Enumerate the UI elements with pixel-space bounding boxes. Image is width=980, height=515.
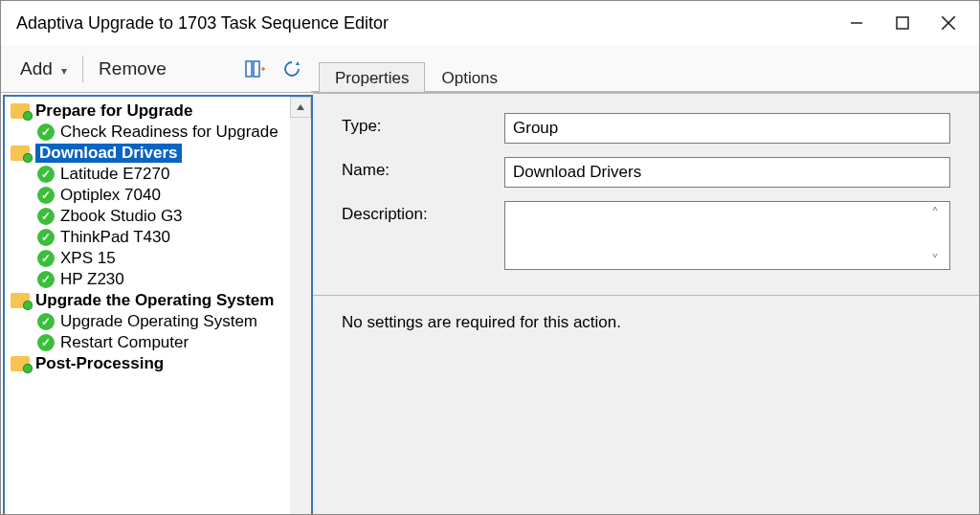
chevron-down-icon: ▾ <box>61 64 67 78</box>
tree-scrollbar[interactable] <box>290 97 311 514</box>
description-label: Description: <box>342 201 504 224</box>
type-label: Type: <box>342 113 504 136</box>
close-button[interactable] <box>925 5 971 41</box>
step-label: Optiplex 7040 <box>60 186 161 205</box>
svg-rect-5 <box>254 61 259 77</box>
main: Prepare for Upgrade ✓ Check Readiness fo… <box>1 93 979 515</box>
scroll-up-icon[interactable] <box>290 97 311 118</box>
tab-properties-label: Properties <box>335 69 409 87</box>
group-label: Prepare for Upgrade <box>35 101 192 121</box>
tabs: Properties Options <box>311 45 979 92</box>
check-icon: ✓ <box>37 313 55 330</box>
check-icon: ✓ <box>37 123 55 141</box>
step-thinkpad-t430[interactable]: ✓ ThinkPad T430 <box>11 227 311 248</box>
group-post-processing[interactable]: Post-Processing <box>11 353 311 374</box>
maximize-button[interactable] <box>880 5 925 41</box>
type-field <box>504 113 950 144</box>
folder-icon <box>11 103 30 119</box>
minimize-button[interactable] <box>834 5 880 41</box>
check-icon: ✓ <box>37 166 55 183</box>
window-title: Adaptiva Upgrade to 1703 Task Sequence E… <box>16 13 834 34</box>
step-label: Latitude E7270 <box>60 165 169 184</box>
tab-options[interactable]: Options <box>425 62 514 92</box>
step-label: Restart Computer <box>60 333 189 352</box>
step-zbook-studio-g3[interactable]: ✓ Zbook Studio G3 <box>11 206 311 227</box>
refresh-icon[interactable] <box>278 56 305 82</box>
check-icon: ✓ <box>37 187 55 204</box>
group-upgrade-os[interactable]: Upgrade the Operating System <box>11 290 311 311</box>
step-check-readiness[interactable]: ✓ Check Readiness for Upgrade <box>11 122 311 143</box>
step-latitude-e7270[interactable]: ✓ Latitude E7270 <box>11 164 311 185</box>
tab-options-label: Options <box>441 69 498 87</box>
folder-icon <box>11 356 30 371</box>
titlebar: Adaptiva Upgrade to 1703 Task Sequence E… <box>1 1 979 45</box>
remove-label: Remove <box>99 58 167 78</box>
add-button[interactable]: Add ▾ <box>11 53 77 85</box>
name-label: Name: <box>342 157 504 180</box>
check-icon: ✓ <box>37 229 55 246</box>
check-icon: ✓ <box>37 271 55 288</box>
check-icon: ✓ <box>37 334 55 351</box>
properties-panel: Type: Name: Description: ˄ ˅ No settings… <box>313 93 979 515</box>
remove-button[interactable]: Remove <box>89 53 176 85</box>
svg-rect-1 <box>897 17 908 29</box>
group-prepare-for-upgrade[interactable]: Prepare for Upgrade <box>11 101 311 122</box>
step-restart-computer[interactable]: ✓ Restart Computer <box>11 332 311 353</box>
svg-rect-4 <box>246 61 252 77</box>
step-label: Upgrade Operating System <box>60 312 257 331</box>
step-hp-z230[interactable]: ✓ HP Z230 <box>11 269 311 290</box>
task-sequence-tree[interactable]: Prepare for Upgrade ✓ Check Readiness fo… <box>3 95 313 515</box>
add-label: Add <box>20 58 53 78</box>
step-label: HP Z230 <box>60 270 124 289</box>
step-label: ThinkPad T430 <box>60 228 170 247</box>
step-optiplex-7040[interactable]: ✓ Optiplex 7040 <box>11 185 311 206</box>
toolbar-separator <box>82 56 83 82</box>
step-label: Zbook Studio G3 <box>60 207 183 226</box>
step-label: Check Readiness for Upgrade <box>60 123 278 142</box>
group-label: Post-Processing <box>35 354 164 373</box>
folder-icon <box>11 146 30 161</box>
check-icon: ✓ <box>37 250 55 267</box>
info-text: No settings are required for this action… <box>313 296 979 349</box>
name-field[interactable] <box>504 157 950 188</box>
description-field[interactable] <box>504 201 950 270</box>
folder-icon <box>11 293 30 308</box>
tree-expand-icon[interactable] <box>242 56 269 82</box>
step-upgrade-operating-system[interactable]: ✓ Upgrade Operating System <box>11 311 311 332</box>
group-label: Upgrade the Operating System <box>35 291 274 310</box>
step-xps-15[interactable]: ✓ XPS 15 <box>11 248 311 269</box>
step-label: XPS 15 <box>60 249 116 268</box>
check-icon: ✓ <box>37 208 55 225</box>
group-download-drivers[interactable]: Download Drivers <box>11 143 311 164</box>
group-label: Download Drivers <box>35 144 182 163</box>
toolbar: Add ▾ Remove Properties Options <box>1 45 979 93</box>
tab-properties[interactable]: Properties <box>319 62 425 92</box>
